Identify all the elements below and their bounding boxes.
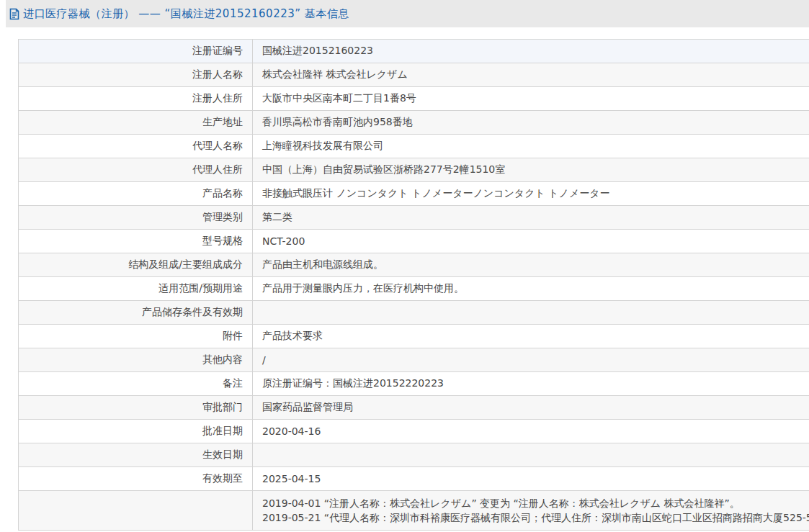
table-row: 代理人名称上海瞳视科技发展有限公司 xyxy=(19,135,809,158)
table-row: 注册证编号国械注进20152160223 xyxy=(19,40,809,63)
table-row: 2019-04-01 “注册人名称：株式会社レクザム” 变更为 “注册人名称：株… xyxy=(19,491,809,531)
row-label: 管理类别 xyxy=(19,206,253,230)
row-label: 结构及组成/主要组成成分 xyxy=(19,253,253,277)
row-label: 型号规格 xyxy=(19,230,253,253)
table-row: 批准日期2020-04-16 xyxy=(19,420,809,443)
table-row: 代理人住所中国（上海）自由贸易试验区浙桥路277号2幢1510室 xyxy=(19,158,809,182)
row-label: 审批部门 xyxy=(19,396,253,420)
row-label: 批准日期 xyxy=(19,420,253,443)
row-label: 有效期至 xyxy=(19,467,253,491)
table-row: 产品名称非接触式眼压计 ノンコンタクト トノメーターノンコンタクト トノメーター xyxy=(19,182,809,206)
row-label: 注册人名称 xyxy=(19,63,253,87)
table-row: 注册人名称株式会社隆祥 株式会社レクザム xyxy=(19,63,809,87)
table-row: 注册人住所大阪市中央区南本町二丁目1番8号 xyxy=(19,87,809,111)
row-value: 中国（上海）自由贸易试验区浙桥路277号2幢1510室 xyxy=(253,158,809,182)
row-value: 大阪市中央区南本町二丁目1番8号 xyxy=(253,87,809,111)
row-value: 产品由主机和电源线组成。 xyxy=(253,253,809,277)
table-row: 适用范围/预期用途产品用于测量眼内压力，在医疗机构中使用。 xyxy=(19,277,809,301)
row-value: 株式会社隆祥 株式会社レクザム xyxy=(253,63,809,87)
change-record-line: 2019-04-01 “注册人名称：株式会社レクザム” 变更为 “注册人名称：株… xyxy=(262,496,809,510)
row-label: 注册人住所 xyxy=(19,87,253,111)
row-label: 附件 xyxy=(19,325,253,348)
page-header: 进口医疗器械（注册） —— “国械注进20152160223” 基本信息 xyxy=(6,0,809,27)
table-row: 管理类别第二类 xyxy=(19,206,809,230)
row-label: 其他内容 xyxy=(19,348,253,372)
row-value xyxy=(253,443,809,467)
table-row: 产品储存条件及有效期 xyxy=(19,301,809,325)
row-label: 代理人住所 xyxy=(19,158,253,182)
row-value: NCT-200 xyxy=(253,230,809,253)
page-title: 进口医疗器械（注册） —— “国械注进20152160223” 基本信息 xyxy=(23,7,349,21)
row-value: 2019-04-01 “注册人名称：株式会社レクザム” 变更为 “注册人名称：株… xyxy=(253,491,809,531)
row-label: 代理人名称 xyxy=(19,135,253,158)
registration-info-panel: 注册证编号国械注进20152160223注册人名称株式会社隆祥 株式会社レクザム… xyxy=(18,39,809,531)
table-row: 备注原注册证编号：国械注进20152220223 xyxy=(19,372,809,396)
row-value: 2025-04-15 xyxy=(253,467,809,491)
registration-table-body: 注册证编号国械注进20152160223注册人名称株式会社隆祥 株式会社レクザム… xyxy=(19,40,809,531)
row-value: 2020-04-16 xyxy=(253,420,809,443)
table-row: 审批部门国家药品监督管理局 xyxy=(19,396,809,420)
table-row: 附件产品技术要求 xyxy=(19,325,809,348)
row-value: 第二类 xyxy=(253,206,809,230)
row-label: 产品名称 xyxy=(19,182,253,206)
row-label: 适用范围/预期用途 xyxy=(19,277,253,301)
table-row: 其他内容/ xyxy=(19,348,809,372)
change-record-line: 2019-05-21 “代理人名称：深圳市科裕康医疗器械有限公司；代理人住所：深… xyxy=(262,510,809,525)
table-row: 型号规格NCT-200 xyxy=(19,230,809,253)
row-label: 备注 xyxy=(19,372,253,396)
row-value: 国械注进20152160223 xyxy=(253,40,809,63)
table-row: 生效日期 xyxy=(19,443,809,467)
table-row: 生产地址香川県高松市香南町池内958番地 xyxy=(19,111,809,135)
registration-table: 注册证编号国械注进20152160223注册人名称株式会社隆祥 株式会社レクザム… xyxy=(18,39,809,531)
row-value: 国家药品监督管理局 xyxy=(253,396,809,420)
row-label: 注册证编号 xyxy=(19,40,253,63)
row-value: 非接触式眼压计 ノンコンタクト トノメーターノンコンタクト トノメーター xyxy=(253,182,809,206)
row-value: 上海瞳视科技发展有限公司 xyxy=(253,135,809,158)
row-label: 生效日期 xyxy=(19,443,253,467)
table-row: 结构及组成/主要组成成分产品由主机和电源线组成。 xyxy=(19,253,809,277)
row-label: 产品储存条件及有效期 xyxy=(19,301,253,325)
row-value: 香川県高松市香南町池内958番地 xyxy=(253,111,809,135)
row-label xyxy=(19,491,253,531)
table-row: 有效期至2025-04-15 xyxy=(19,467,809,491)
row-value: 产品用于测量眼内压力，在医疗机构中使用。 xyxy=(253,277,809,301)
row-value xyxy=(253,301,809,325)
document-icon xyxy=(9,8,20,20)
row-value: / xyxy=(253,348,809,372)
row-label: 生产地址 xyxy=(19,111,253,135)
row-value: 产品技术要求 xyxy=(253,325,809,348)
row-value: 原注册证编号：国械注进20152220223 xyxy=(253,372,809,396)
